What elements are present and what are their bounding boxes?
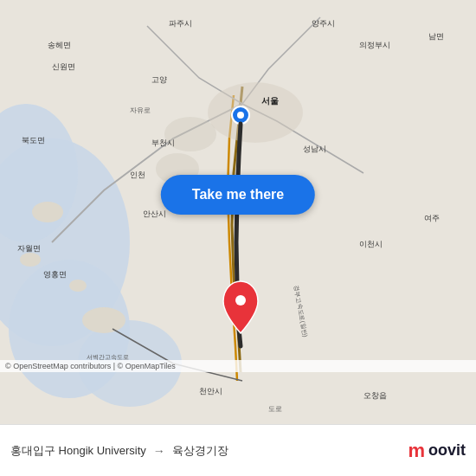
svg-text:서울: 서울: [261, 96, 279, 106]
svg-text:영홍면: 영홍면: [43, 270, 67, 279]
moovit-m-letter: m: [408, 440, 425, 462]
svg-text:성남시: 성남시: [303, 145, 326, 153]
svg-text:인천: 인천: [130, 170, 145, 179]
copyright-bar: © OpenStreetMap contributors | © OpenMap…: [0, 360, 476, 372]
moovit-text: oovit: [428, 441, 466, 460]
svg-point-38: [237, 112, 244, 119]
svg-text:남면: 남면: [428, 32, 444, 41]
svg-text:북도면: 북도면: [22, 136, 45, 145]
bottom-bar: 홍대입구 Hongik University → 육상경기장 m oovit: [0, 424, 476, 476]
route-from: 홍대입구 Hongik University: [10, 443, 146, 459]
svg-text:신원면: 신원면: [52, 62, 75, 71]
svg-point-39: [235, 295, 246, 306]
svg-text:자월면: 자월면: [17, 244, 41, 253]
copyright-text: © OpenStreetMap contributors | © OpenMap…: [5, 362, 176, 370]
take-me-there-button[interactable]: Take me there: [161, 175, 315, 215]
svg-point-6: [32, 202, 63, 222]
svg-text:안산시: 안산시: [143, 209, 166, 218]
svg-text:의정부시: 의정부시: [359, 41, 390, 49]
svg-text:이천시: 이천시: [359, 240, 383, 248]
svg-text:양주시: 양주시: [312, 19, 335, 28]
svg-point-9: [82, 307, 125, 333]
svg-point-10: [208, 82, 303, 143]
svg-text:천안시: 천안시: [199, 387, 222, 396]
svg-text:오창읍: 오창읍: [363, 391, 387, 400]
svg-text:여주: 여주: [424, 214, 440, 222]
map-container: 송헤면 파주시 양주시 의정부시 남면 신원면 고양 자유로 서울 북도면 부천…: [0, 0, 476, 424]
svg-point-8: [69, 280, 87, 292]
svg-text:자유로: 자유로: [130, 106, 151, 114]
svg-text:부천시: 부천시: [151, 138, 175, 147]
route-to: 육상경기장: [172, 443, 228, 459]
svg-text:고양: 고양: [151, 75, 167, 84]
arrow-icon: →: [153, 444, 165, 458]
moovit-logo: m oovit: [408, 440, 466, 462]
svg-text:파주시: 파주시: [169, 19, 192, 28]
svg-text:송헤면: 송헤면: [48, 41, 71, 49]
svg-point-7: [20, 253, 41, 267]
svg-text:도로: 도로: [268, 405, 282, 413]
